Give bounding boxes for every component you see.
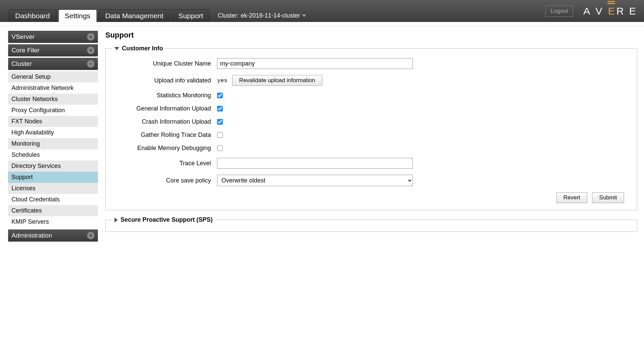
sidebar-section-core-filer[interactable]: Core Filer + (8, 44, 98, 56)
customer-info-label: Customer Info (122, 45, 163, 52)
cluster-prefix: Cluster: (218, 12, 239, 19)
avere-logo: A V E R E (583, 5, 636, 17)
sidebar-label-vserver: VServer (11, 33, 35, 41)
sps-legend[interactable]: Secure Proactive Support (SPS) (112, 216, 215, 223)
sps-fieldset: Secure Proactive Support (SPS) (105, 216, 637, 232)
sidebar-item-admin-network[interactable]: Administrative Network (8, 82, 98, 94)
sps-label: Secure Proactive Support (SPS) (120, 216, 213, 223)
label-crash-info-upload: Crash Information Upload (112, 118, 217, 125)
main-content: Support Customer Info Unique Cluster Nam… (101, 26, 644, 246)
unique-cluster-name-input[interactable] (217, 58, 413, 69)
customer-info-legend[interactable]: Customer Info (112, 45, 165, 52)
crash-info-upload-checkbox[interactable] (217, 119, 223, 125)
sidebar-item-proxy-config[interactable]: Proxy Configuration (8, 105, 98, 116)
sidebar-item-fxt-nodes[interactable]: FXT Nodes (8, 116, 98, 127)
label-unique-cluster-name: Unique Cluster Name (112, 60, 217, 67)
plus-icon: + (87, 232, 95, 239)
tab-support[interactable]: Support (172, 9, 210, 22)
sidebar-section-vserver[interactable]: VServer + (8, 31, 98, 43)
gather-rolling-trace-checkbox[interactable] (217, 132, 223, 138)
logout-button[interactable]: Logout (545, 5, 573, 17)
sidebar-section-administration[interactable]: Administration + (8, 229, 98, 242)
sidebar-label-administration: Administration (11, 232, 52, 239)
label-statistics-monitoring: Statistics Monitoring (112, 92, 217, 99)
sidebar-label-cluster: Cluster (11, 60, 32, 68)
label-upload-info-validated: Upload info validated (112, 77, 217, 84)
sidebar-label-core-filer: Core Filer (11, 47, 39, 54)
upload-validated-value: yes (217, 77, 227, 84)
tab-data-management[interactable]: Data Management (99, 9, 170, 22)
triangle-down-icon (114, 47, 119, 50)
sidebar-section-cluster[interactable]: Cluster − (8, 58, 98, 70)
sidebar-item-directory-services[interactable]: Directory Services (8, 161, 98, 172)
sidebar-item-monitoring[interactable]: Monitoring (8, 138, 98, 149)
trace-level-input[interactable] (217, 158, 413, 169)
tab-settings[interactable]: Settings (58, 9, 97, 22)
label-general-info-upload: General Information Upload (112, 105, 217, 112)
label-enable-memory-debugging: Enable Memory Debugging (112, 145, 217, 152)
label-gather-rolling-trace: Gather Rolling Trace Data (112, 131, 217, 139)
plus-icon: + (87, 47, 95, 54)
cluster-selector[interactable]: Cluster: ek-2018-11-14-cluster (212, 9, 310, 22)
triangle-right-icon (114, 218, 118, 222)
sidebar-item-cluster-networks[interactable]: Cluster Networks (8, 94, 98, 105)
submit-button[interactable]: Submit (592, 192, 624, 203)
tab-dashboard[interactable]: Dashboard (9, 9, 56, 22)
cluster-name: ek-2018-11-14-cluster (241, 12, 300, 19)
label-core-save-policy: Core save policy (112, 177, 217, 184)
general-info-upload-checkbox[interactable] (217, 106, 223, 112)
core-save-policy-select[interactable]: Overwrite oldest (217, 175, 413, 186)
statistics-monitoring-checkbox[interactable] (217, 93, 223, 98)
sidebar-item-schedules[interactable]: Schedules (8, 149, 98, 161)
sidebar-item-licenses[interactable]: Licenses (8, 183, 98, 194)
sidebar-item-certificates[interactable]: Certificates (8, 205, 98, 216)
sidebar-item-kmip-servers[interactable]: KMIP Servers (8, 216, 98, 227)
sidebar-cluster-items: General Setup Administrative Network Clu… (8, 71, 98, 227)
top-bar: Dashboard Settings Data Management Suppo… (0, 0, 644, 22)
revalidate-button[interactable]: Revalidate upload information (232, 75, 322, 86)
logo-bars-icon (608, 0, 615, 4)
sidebar: VServer + Core Filer + Cluster − General… (0, 26, 101, 246)
sidebar-item-support[interactable]: Support (8, 172, 98, 183)
sidebar-item-cloud-credentials[interactable]: Cloud Credentials (8, 194, 98, 205)
enable-memory-debugging-checkbox[interactable] (217, 145, 223, 151)
sidebar-item-high-availability[interactable]: High Availability (8, 127, 98, 138)
page-title: Support (105, 31, 637, 40)
revert-button[interactable]: Revert (556, 192, 587, 203)
label-trace-level: Trace Level (112, 160, 217, 167)
minus-icon: − (87, 60, 95, 68)
sidebar-item-general-setup[interactable]: General Setup (8, 71, 98, 82)
customer-info-fieldset: Customer Info Unique Cluster Name Upload… (105, 45, 637, 210)
plus-icon: + (87, 33, 95, 41)
chevron-down-icon (302, 15, 306, 17)
